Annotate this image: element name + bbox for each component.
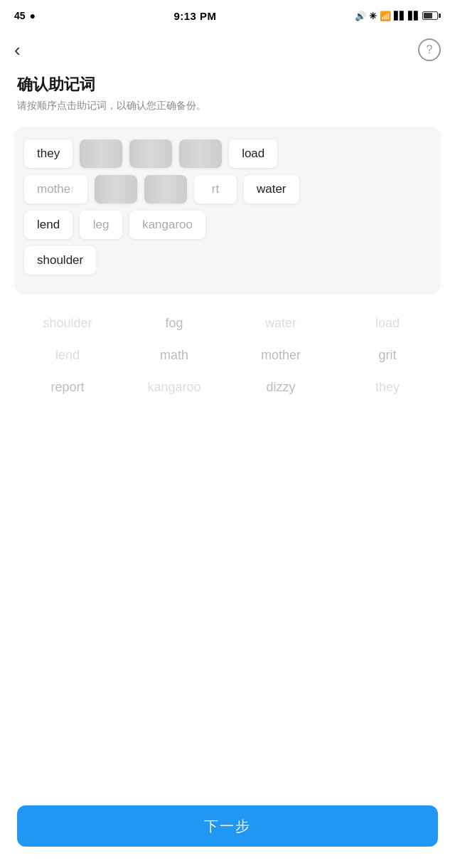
selected-chip-load[interactable]: load bbox=[229, 139, 277, 168]
pool-word-fog[interactable]: fog bbox=[142, 316, 206, 331]
selected-row-3: lend leg kangaroo bbox=[24, 211, 431, 239]
bluetooth-icon: ✳ bbox=[369, 11, 377, 21]
selected-words-box: they load mother rt water lend leg kanga… bbox=[14, 127, 441, 295]
pool-word-they[interactable]: they bbox=[355, 380, 419, 395]
pool-word-water[interactable]: water bbox=[249, 316, 313, 331]
back-button[interactable]: ‹ bbox=[14, 41, 21, 59]
selected-chip-water[interactable]: water bbox=[244, 175, 299, 203]
battery-icon bbox=[422, 11, 441, 20]
page-title: 确认助记词 bbox=[17, 74, 438, 95]
pool-word-shoulder[interactable]: shoulder bbox=[36, 316, 100, 331]
pool-word-report[interactable]: report bbox=[36, 380, 100, 395]
page-header: 确认助记词 请按顺序点击助记词，以确认您正确备份。 bbox=[0, 68, 455, 127]
status-dot: ● bbox=[30, 10, 36, 21]
selected-chip-they[interactable]: they bbox=[24, 139, 73, 168]
wifi-icon: 📶 bbox=[380, 11, 391, 21]
pool-row-3: report kangaroo dizzy they bbox=[14, 380, 441, 395]
selected-chip-blurred-1 bbox=[80, 139, 122, 168]
status-time: 9:13 PM bbox=[173, 10, 216, 22]
selected-chip-blurred-2 bbox=[129, 139, 172, 168]
signal-icon2: ▋▋ bbox=[408, 11, 419, 21]
help-icon: ? bbox=[427, 43, 433, 56]
help-button[interactable]: ? bbox=[418, 38, 441, 61]
pool-row-2: lend math mother grit bbox=[14, 348, 441, 363]
selected-row-2: mother rt water bbox=[24, 175, 431, 203]
selected-chip-rt[interactable]: rt bbox=[194, 175, 237, 203]
status-bar: 45 ● 9:13 PM 🔊 ✳ 📶 ▋▋ ▋▋ bbox=[0, 0, 455, 31]
status-left: 45 ● bbox=[14, 10, 36, 21]
top-nav: ‹ ? bbox=[0, 31, 455, 68]
pool-word-dizzy[interactable]: dizzy bbox=[249, 380, 313, 395]
next-button[interactable]: 下一步 bbox=[17, 805, 438, 847]
selected-chip-kangaroo[interactable]: kangaroo bbox=[129, 211, 205, 239]
status-right: 🔊 ✳ 📶 ▋▋ ▋▋ bbox=[355, 11, 441, 21]
pool-word-math[interactable]: math bbox=[142, 348, 206, 363]
status-number: 45 bbox=[14, 10, 26, 21]
pool-word-grit[interactable]: grit bbox=[355, 348, 419, 363]
selected-chip-lend[interactable]: lend bbox=[24, 211, 73, 239]
selected-chip-blurred-4 bbox=[95, 175, 137, 203]
signal-icon: ▋▋ bbox=[394, 11, 405, 21]
selected-chip-mother[interactable]: mother bbox=[24, 175, 87, 203]
selected-row-4: shoulder bbox=[24, 246, 431, 275]
page-subtitle: 请按顺序点击助记词，以确认您正确备份。 bbox=[17, 100, 438, 112]
selected-chip-leg[interactable]: leg bbox=[80, 211, 122, 239]
word-pool: shoulder fog water load lend math mother… bbox=[14, 316, 441, 395]
volume-icon: 🔊 bbox=[355, 11, 366, 21]
selected-chip-blurred-5 bbox=[144, 175, 187, 203]
pool-row-1: shoulder fog water load bbox=[14, 316, 441, 331]
pool-word-lend[interactable]: lend bbox=[36, 348, 100, 363]
pool-word-kangaroo[interactable]: kangaroo bbox=[142, 380, 206, 395]
selected-chip-shoulder[interactable]: shoulder bbox=[24, 246, 96, 275]
bottom-area: 下一步 bbox=[0, 794, 455, 868]
pool-word-mother[interactable]: mother bbox=[249, 348, 313, 363]
selected-chip-blurred-3 bbox=[179, 139, 222, 168]
pool-word-load[interactable]: load bbox=[355, 316, 419, 331]
selected-row-1: they load bbox=[24, 139, 431, 168]
